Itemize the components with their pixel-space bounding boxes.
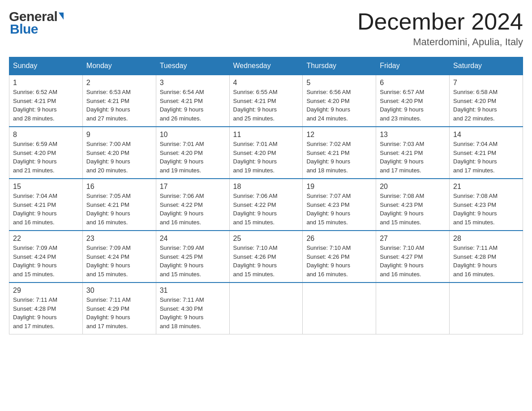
day-number: 25: [233, 235, 299, 243]
day-info: Sunrise: 7:09 AMSunset: 4:25 PMDaylight:…: [160, 244, 226, 278]
calendar-cell: 9Sunrise: 7:00 AMSunset: 4:20 PMDaylight…: [82, 127, 156, 179]
day-info: Sunrise: 6:56 AMSunset: 4:20 PMDaylight:…: [306, 88, 372, 123]
day-info: Sunrise: 6:58 AMSunset: 4:20 PMDaylight:…: [453, 88, 519, 123]
day-number: 1: [13, 79, 79, 87]
day-number: 18: [233, 183, 299, 191]
day-number: 9: [86, 131, 152, 139]
day-number: 27: [380, 235, 446, 243]
header-wednesday: Wednesday: [229, 57, 303, 75]
calendar-cell: 26Sunrise: 7:10 AMSunset: 4:26 PMDayligh…: [303, 231, 376, 283]
calendar-cell: 24Sunrise: 7:09 AMSunset: 4:25 PMDayligh…: [156, 231, 229, 283]
location-subtitle: Materdomini, Apulia, Italy: [357, 36, 523, 48]
calendar-cell: 13Sunrise: 7:03 AMSunset: 4:21 PMDayligh…: [376, 127, 450, 179]
day-number: 12: [306, 131, 372, 139]
day-number: 16: [86, 183, 152, 191]
calendar-cell: [303, 283, 376, 334]
day-number: 4: [233, 79, 299, 87]
day-info: Sunrise: 6:55 AMSunset: 4:21 PMDaylight:…: [233, 88, 299, 123]
day-number: 30: [86, 287, 152, 295]
day-number: 19: [306, 183, 372, 191]
day-info: Sunrise: 7:06 AMSunset: 4:22 PMDaylight:…: [233, 192, 299, 227]
day-info: Sunrise: 7:02 AMSunset: 4:21 PMDaylight:…: [306, 140, 372, 175]
calendar-cell: 31Sunrise: 7:11 AMSunset: 4:30 PMDayligh…: [156, 283, 229, 334]
calendar-cell: 30Sunrise: 7:11 AMSunset: 4:29 PMDayligh…: [82, 283, 156, 334]
day-number: 17: [160, 183, 226, 191]
day-number: 6: [380, 79, 446, 87]
day-info: Sunrise: 7:00 AMSunset: 4:20 PMDaylight:…: [86, 140, 152, 175]
day-info: Sunrise: 7:08 AMSunset: 4:23 PMDaylight:…: [380, 192, 446, 227]
day-info: Sunrise: 7:04 AMSunset: 4:21 PMDaylight:…: [453, 140, 519, 175]
day-info: Sunrise: 7:10 AMSunset: 4:26 PMDaylight:…: [233, 244, 299, 278]
day-info: Sunrise: 6:59 AMSunset: 4:20 PMDaylight:…: [13, 140, 79, 175]
calendar-cell: 6Sunrise: 6:57 AMSunset: 4:20 PMDaylight…: [376, 75, 450, 127]
calendar-cell: 5Sunrise: 6:56 AMSunset: 4:20 PMDaylight…: [303, 75, 376, 127]
day-number: 2: [86, 79, 152, 87]
day-info: Sunrise: 7:10 AMSunset: 4:27 PMDaylight:…: [380, 244, 446, 278]
day-number: 21: [453, 183, 519, 191]
calendar-cell: 22Sunrise: 7:09 AMSunset: 4:24 PMDayligh…: [9, 231, 83, 283]
day-number: 13: [380, 131, 446, 139]
day-number: 14: [453, 131, 519, 139]
header-thursday: Thursday: [303, 57, 376, 75]
day-info: Sunrise: 6:53 AMSunset: 4:21 PMDaylight:…: [86, 88, 152, 123]
day-number: 20: [380, 183, 446, 191]
day-info: Sunrise: 7:11 AMSunset: 4:30 PMDaylight:…: [160, 295, 226, 330]
logo-triangle-icon: [59, 13, 64, 20]
day-number: 15: [13, 183, 79, 191]
header-row: SundayMondayTuesdayWednesdayThursdayFrid…: [9, 57, 523, 75]
week-row-3: 15Sunrise: 7:04 AMSunset: 4:21 PMDayligh…: [9, 179, 523, 231]
calendar-cell: 25Sunrise: 7:10 AMSunset: 4:26 PMDayligh…: [229, 231, 303, 283]
day-number: 29: [13, 287, 79, 295]
calendar-cell: 14Sunrise: 7:04 AMSunset: 4:21 PMDayligh…: [450, 127, 523, 179]
calendar-body: 1Sunrise: 6:52 AMSunset: 4:21 PMDaylight…: [9, 75, 523, 334]
week-row-4: 22Sunrise: 7:09 AMSunset: 4:24 PMDayligh…: [9, 231, 523, 283]
week-row-2: 8Sunrise: 6:59 AMSunset: 4:20 PMDaylight…: [9, 127, 523, 179]
day-info: Sunrise: 7:05 AMSunset: 4:21 PMDaylight:…: [86, 192, 152, 227]
calendar-header: SundayMondayTuesdayWednesdayThursdayFrid…: [9, 57, 523, 75]
calendar-cell: [450, 283, 523, 334]
day-number: 24: [160, 235, 226, 243]
calendar-cell: 7Sunrise: 6:58 AMSunset: 4:20 PMDaylight…: [450, 75, 523, 127]
title-section: December 2024 Materdomini, Apulia, Italy: [357, 9, 523, 48]
header-monday: Monday: [82, 57, 156, 75]
day-info: Sunrise: 7:01 AMSunset: 4:20 PMDaylight:…: [160, 140, 226, 175]
day-number: 3: [160, 79, 226, 87]
day-info: Sunrise: 7:08 AMSunset: 4:23 PMDaylight:…: [453, 192, 519, 227]
calendar-cell: 2Sunrise: 6:53 AMSunset: 4:21 PMDaylight…: [82, 75, 156, 127]
month-year-title: December 2024: [357, 9, 523, 34]
calendar-cell: 10Sunrise: 7:01 AMSunset: 4:20 PMDayligh…: [156, 127, 229, 179]
day-info: Sunrise: 7:09 AMSunset: 4:24 PMDaylight:…: [86, 244, 152, 278]
calendar-cell: 20Sunrise: 7:08 AMSunset: 4:23 PMDayligh…: [376, 179, 450, 231]
calendar-cell: 29Sunrise: 7:11 AMSunset: 4:28 PMDayligh…: [9, 283, 83, 334]
header-tuesday: Tuesday: [156, 57, 229, 75]
header-saturday: Saturday: [450, 57, 523, 75]
calendar-cell: 16Sunrise: 7:05 AMSunset: 4:21 PMDayligh…: [82, 179, 156, 231]
day-info: Sunrise: 7:10 AMSunset: 4:26 PMDaylight:…: [306, 244, 372, 278]
day-info: Sunrise: 7:11 AMSunset: 4:28 PMDaylight:…: [453, 244, 519, 278]
day-info: Sunrise: 7:11 AMSunset: 4:28 PMDaylight:…: [13, 295, 79, 330]
day-number: 10: [160, 131, 226, 139]
calendar-cell: 11Sunrise: 7:01 AMSunset: 4:20 PMDayligh…: [229, 127, 303, 179]
day-info: Sunrise: 7:04 AMSunset: 4:21 PMDaylight:…: [13, 192, 79, 227]
calendar-cell: 3Sunrise: 6:54 AMSunset: 4:21 PMDaylight…: [156, 75, 229, 127]
calendar-cell: 28Sunrise: 7:11 AMSunset: 4:28 PMDayligh…: [450, 231, 523, 283]
calendar-cell: 21Sunrise: 7:08 AMSunset: 4:23 PMDayligh…: [450, 179, 523, 231]
day-number: 11: [233, 131, 299, 139]
page-header: General Blue December 2024 Materdomini, …: [9, 9, 523, 48]
day-info: Sunrise: 7:03 AMSunset: 4:21 PMDaylight:…: [380, 140, 446, 175]
header-sunday: Sunday: [9, 57, 83, 75]
day-number: 22: [13, 235, 79, 243]
day-info: Sunrise: 7:07 AMSunset: 4:23 PMDaylight:…: [306, 192, 372, 227]
day-info: Sunrise: 6:52 AMSunset: 4:21 PMDaylight:…: [13, 88, 79, 123]
week-row-1: 1Sunrise: 6:52 AMSunset: 4:21 PMDaylight…: [9, 75, 523, 127]
week-row-5: 29Sunrise: 7:11 AMSunset: 4:28 PMDayligh…: [9, 283, 523, 334]
day-info: Sunrise: 7:06 AMSunset: 4:22 PMDaylight:…: [160, 192, 226, 227]
calendar-cell: 18Sunrise: 7:06 AMSunset: 4:22 PMDayligh…: [229, 179, 303, 231]
logo: General Blue: [9, 9, 64, 37]
day-info: Sunrise: 6:57 AMSunset: 4:20 PMDaylight:…: [380, 88, 446, 123]
calendar-cell: 27Sunrise: 7:10 AMSunset: 4:27 PMDayligh…: [376, 231, 450, 283]
calendar-cell: 17Sunrise: 7:06 AMSunset: 4:22 PMDayligh…: [156, 179, 229, 231]
day-number: 8: [13, 131, 79, 139]
calendar-cell: 19Sunrise: 7:07 AMSunset: 4:23 PMDayligh…: [303, 179, 376, 231]
calendar-cell: [229, 283, 303, 334]
